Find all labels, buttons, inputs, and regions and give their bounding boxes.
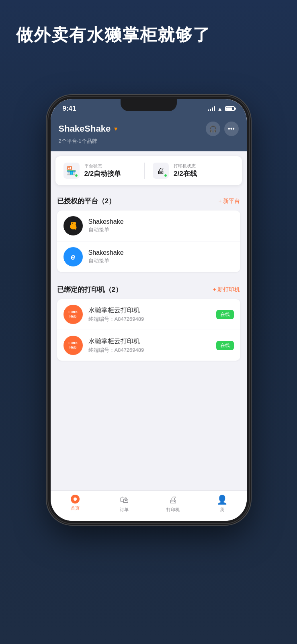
platform-logo-2: e — [63, 247, 83, 266]
nav-item-printer[interactable]: 🖨 打印机 — [149, 495, 198, 513]
nav-label-me: 我 — [220, 507, 224, 513]
eleme-icon: e — [71, 252, 75, 262]
printer-item-1[interactable]: LutraHub 水獭掌柜云打印机 终端编号：A847269489 在线 — [57, 299, 240, 330]
nav-item-home[interactable]: 首页 — [51, 495, 100, 513]
add-printer-button[interactable]: + 新打印机 — [213, 286, 240, 293]
printer-item-2-sub: 终端编号：A847269489 — [88, 347, 211, 354]
platform-item-1[interactable]: Shakeshake 自动接单 — [57, 211, 240, 241]
status-time: 9:41 — [63, 105, 76, 113]
add-platform-button[interactable]: + 新平台 — [218, 198, 240, 205]
nav-item-me[interactable]: 👤 我 — [198, 495, 247, 513]
svg-point-2 — [74, 222, 76, 225]
printer-item-2[interactable]: LutraHub 水獭掌柜云打印机 终端编号：A847269489 在线 — [57, 330, 240, 361]
platforms-list-card: Shakeshake 自动接单 e Shakeshake — [57, 211, 240, 272]
printer-logo-1: LutraHub — [63, 305, 83, 324]
printers-section-header: 已绑定的打印机（2） + 新打印机 — [57, 285, 240, 294]
nav-label-orders: 订单 — [120, 507, 129, 513]
headset-button[interactable]: 🎧 — [206, 122, 220, 136]
printer-logo-text-2: LutraHub — [68, 340, 78, 351]
printer-nav-icon: 🖨 — [169, 495, 178, 505]
more-icon: ••• — [228, 125, 235, 132]
platform-status-dot — [75, 174, 78, 177]
printer-status-value: 2/2在线 — [174, 169, 197, 178]
printer-item-1-badge: 在线 — [216, 310, 234, 319]
status-card: 🏪 平台状态 2/2自动接单 🖨 — [55, 156, 242, 185]
bottom-spacer — [51, 367, 247, 374]
printer-item-2-name: 水獭掌柜云打印机 — [88, 337, 211, 346]
wifi-icon: ▲ — [217, 106, 223, 112]
home-icon-inner — [74, 497, 77, 501]
platform-item-2[interactable]: e Shakeshake 自动接单 — [57, 241, 240, 272]
header-buttons: 🎧 ••• — [206, 122, 239, 136]
page-headline: 做外卖有水獭掌柜就够了 — [16, 24, 281, 46]
more-button[interactable]: ••• — [224, 122, 239, 136]
svg-point-5 — [72, 223, 73, 224]
bottom-nav: 首页 🛍 订单 🖨 打印机 👤 我 — [51, 490, 247, 521]
platform-logo-1 — [63, 216, 83, 235]
battery-icon — [225, 106, 235, 111]
status-icons: ▲ — [208, 106, 235, 112]
printer-item-1-sub: 终端编号：A847269489 — [88, 316, 211, 323]
printer-item-2-badge: 在线 — [216, 341, 234, 350]
printer-item-1-info: 水獭掌柜云打印机 终端编号：A847269489 — [88, 306, 211, 323]
page-background: 做外卖有水獭掌柜就够了 9:41 ▲ — [0, 0, 297, 644]
printers-list-card: LutraHub 水獭掌柜云打印机 终端编号：A847269489 在线 — [57, 299, 240, 361]
printer-logo-2: LutraHub — [63, 336, 83, 355]
platform-item-1-sub: 自动接单 — [88, 226, 234, 233]
svg-point-3 — [71, 222, 72, 225]
phone-frame: 9:41 ▲ ShakeShake — [48, 97, 249, 523]
app-header: ShakeShake ▼ 🎧 ••• 2个平台·1个品牌 — [51, 117, 247, 151]
screen: 9:41 ▲ ShakeShake — [51, 99, 247, 521]
store-name: ShakeShake — [59, 124, 111, 134]
phone-inner: 9:41 ▲ ShakeShake — [51, 99, 247, 521]
platforms-section: 已授权的平台（2） + 新平台 — [51, 190, 247, 272]
platform-item-2-info: Shakeshake 自动接单 — [88, 249, 234, 264]
header-title[interactable]: ShakeShake ▼ — [59, 124, 119, 134]
battery-fill — [226, 107, 232, 110]
bag-icon: 🛍 — [120, 495, 129, 505]
platform-status-value: 2/2自动接单 — [84, 169, 121, 178]
content-area[interactable]: 已授权的平台（2） + 新平台 — [51, 190, 247, 490]
printer-status-icon: 🖨 — [157, 166, 165, 175]
platform-item-1-info: Shakeshake 自动接单 — [88, 218, 234, 233]
header-top: ShakeShake ▼ 🎧 ••• — [59, 122, 239, 136]
kangaroo-icon — [68, 220, 79, 231]
platform-item-1-name: Shakeshake — [88, 218, 234, 225]
platform-status-icon-box: 🏪 — [63, 163, 80, 179]
platform-status-label: 平台状态 — [84, 163, 121, 169]
platform-status-info: 平台状态 2/2自动接单 — [84, 163, 121, 178]
person-icon: 👤 — [217, 495, 227, 505]
header-subtitle: 2个平台·1个品牌 — [59, 138, 239, 145]
printer-status-icon-box: 🖨 — [153, 163, 169, 179]
printers-section: 已绑定的打印机（2） + 新打印机 LutraHub 水獭掌柜云打印机 — [51, 279, 247, 361]
printer-status-info: 打印机状态 2/2在线 — [174, 163, 197, 178]
platform-item-2-name: Shakeshake — [88, 249, 234, 256]
platform-status-item[interactable]: 🏪 平台状态 2/2自动接单 — [63, 163, 145, 179]
headset-icon: 🎧 — [209, 125, 217, 133]
printer-logo-text-1: LutraHub — [68, 309, 78, 320]
home-icon — [71, 495, 80, 504]
nav-label-home: 首页 — [71, 505, 80, 511]
dropdown-arrow-icon: ▼ — [113, 126, 119, 132]
printer-status-item[interactable]: 🖨 打印机状态 2/2在线 — [144, 163, 234, 179]
printer-item-1-name: 水獭掌柜云打印机 — [88, 306, 211, 315]
notch — [121, 99, 177, 111]
printers-section-title: 已绑定的打印机（2） — [57, 285, 122, 294]
signal-icon — [208, 106, 215, 111]
platforms-section-title: 已授权的平台（2） — [57, 196, 115, 206]
printer-status-dot — [164, 174, 167, 177]
printer-item-2-info: 水獭掌柜云打印机 终端编号：A847269489 — [88, 337, 211, 354]
platform-item-2-sub: 自动接单 — [88, 257, 234, 264]
printer-status-label: 打印机状态 — [174, 163, 197, 169]
platforms-section-header: 已授权的平台（2） + 新平台 — [57, 196, 240, 206]
nav-item-orders[interactable]: 🛍 订单 — [100, 495, 149, 513]
nav-label-printer: 打印机 — [166, 507, 180, 513]
